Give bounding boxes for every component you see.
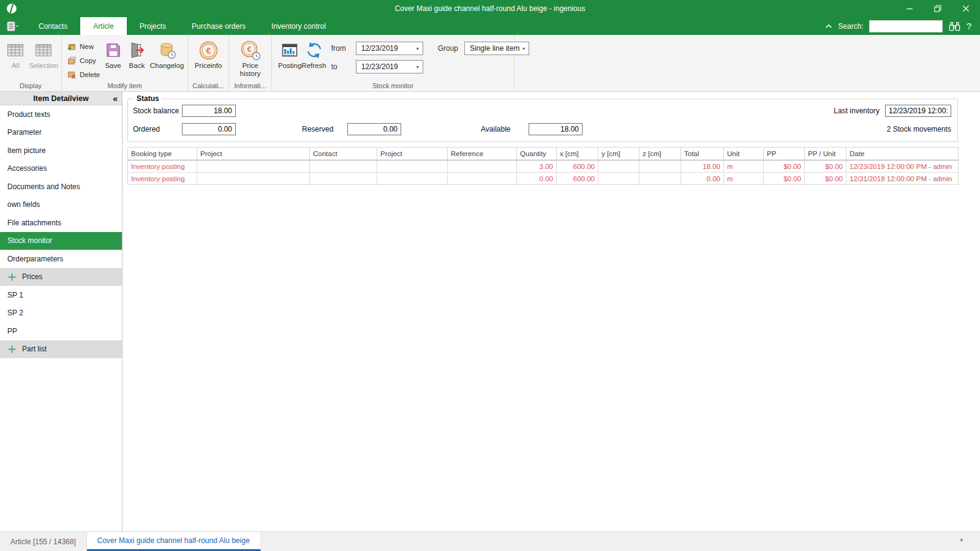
minimize-button[interactable] <box>895 0 924 17</box>
delete-item-icon <box>67 70 77 80</box>
table-grid-icon <box>34 39 53 62</box>
table-grid-icon <box>6 39 25 62</box>
column-header[interactable]: PP / Unit <box>805 148 846 160</box>
menu-tab-purchase-orders[interactable]: Purchase orders <box>179 17 258 35</box>
copy-item-icon <box>67 56 77 66</box>
sidebar-item-item-picture[interactable]: Item picture <box>0 141 122 160</box>
sidebar-item-pp[interactable]: PP <box>0 322 122 340</box>
column-header[interactable]: PP <box>764 148 805 160</box>
copy-button[interactable]: Copy <box>64 53 102 67</box>
column-header[interactable]: Total <box>681 148 724 160</box>
tab-list-dropdown-icon[interactable]: ▾ <box>960 537 963 543</box>
menu-tab-inventory-control[interactable]: Inventory control <box>258 17 339 35</box>
from-label: from <box>331 44 350 53</box>
refresh-icon <box>304 39 324 62</box>
bottom-tab-current-article[interactable]: Cover Maxi guide channel half-round Alu … <box>87 532 261 551</box>
ribbon-group-calculation: € Priceinfo Calculati... <box>188 35 229 91</box>
euro-coin-clock-icon: € <box>240 39 261 62</box>
ribbon-group-label: Display <box>0 81 61 91</box>
status-legend: Status <box>134 94 162 103</box>
restore-button[interactable] <box>924 0 952 17</box>
column-header[interactable]: Contact <box>310 148 377 160</box>
plus-icon <box>7 345 17 354</box>
close-button[interactable] <box>952 0 980 17</box>
collapse-ribbon-icon[interactable] <box>825 24 832 29</box>
save-button[interactable]: Save <box>102 37 125 70</box>
column-header[interactable]: Booking type <box>128 148 197 160</box>
table-header-row: Booking type Project Contact Project Ref… <box>128 148 959 160</box>
column-header[interactable]: z [cm] <box>639 148 681 160</box>
all-button[interactable]: All <box>2 37 29 70</box>
collapse-sidebar-icon[interactable]: « <box>113 92 118 105</box>
ordered-field[interactable] <box>182 123 236 135</box>
column-header[interactable]: Reference <box>448 148 517 160</box>
column-header[interactable]: Date <box>846 148 959 160</box>
bottom-tab-bar: Article [155 / 14368] Cover Maxi guide c… <box>0 531 980 551</box>
column-header[interactable]: Project <box>197 148 310 160</box>
menu-tab-projects[interactable]: Projects <box>127 17 179 35</box>
table-row[interactable]: Inventory posting 3.00 600.00 18.00 m $0… <box>128 160 959 173</box>
menu-tab-contacts[interactable]: Contacts <box>26 17 80 35</box>
chevron-down-icon: ▾ <box>417 64 423 70</box>
last-inventory-field[interactable] <box>885 105 951 117</box>
main-area: Item Detailview « Product texts Paramete… <box>0 92 980 531</box>
app-menu-button[interactable] <box>0 17 26 35</box>
new-button[interactable]: New <box>64 39 102 53</box>
refresh-button[interactable]: Refresh <box>301 37 326 70</box>
column-header[interactable]: x [cm] <box>557 148 598 160</box>
ribbon: All Selection Display <box>0 35 980 92</box>
back-button[interactable]: Back <box>125 37 149 70</box>
svg-text:€: € <box>206 45 211 55</box>
help-icon[interactable]: ? <box>967 21 971 31</box>
sidebar-item-own-fields[interactable]: own fields <box>0 196 122 214</box>
ribbon-group-information: € Price history Informati... <box>229 35 272 91</box>
sidebar-item-stock-monitor[interactable]: Stock monitor <box>0 232 122 250</box>
price-history-button[interactable]: € Price history <box>232 37 269 78</box>
ribbon-group-stock-monitor: Posting Refresh <box>272 35 514 91</box>
reserved-field[interactable] <box>347 123 401 135</box>
changelog-button[interactable]: Changelog <box>149 37 185 70</box>
priceinfo-button[interactable]: € Priceinfo <box>190 37 226 70</box>
menu-tab-article[interactable]: Article <box>80 17 126 35</box>
sidebar-item-prices[interactable]: Prices <box>0 268 122 287</box>
reserved-label: Reserved <box>302 125 347 133</box>
ribbon-group-modify-item: New Copy <box>62 35 188 91</box>
sidebar-item-part-list[interactable]: Part list <box>0 340 122 359</box>
sidebar-item-documents-and-notes[interactable]: Documents and Notes <box>0 178 122 196</box>
sidebar-item-parameter[interactable]: Parameter <box>0 124 122 142</box>
sidebar-item-accessories[interactable]: Accessories <box>0 160 122 178</box>
status-groupbox: Status Stock balance Last inventory Orde… <box>127 94 958 142</box>
sidebar-item-file-attachments[interactable]: File attachments <box>0 214 122 232</box>
to-label: to <box>331 62 350 71</box>
ribbon-group-display: All Selection Display <box>0 35 62 91</box>
column-header[interactable]: Project <box>377 148 448 160</box>
column-header[interactable]: y [cm] <box>598 148 639 160</box>
to-date-picker[interactable]: 12/23/2019 ▾ <box>356 60 423 73</box>
euro-coin-icon: € <box>198 39 219 62</box>
sidebar-item-product-texts[interactable]: Product texts <box>0 105 122 124</box>
column-header[interactable]: Quantity <box>517 148 557 160</box>
column-header[interactable]: Unit <box>724 148 764 160</box>
sidebar-header: Item Detailview « <box>0 92 122 105</box>
search-input[interactable] <box>869 20 943 32</box>
stock-monitor-panel: Status Stock balance Last inventory Orde… <box>123 92 980 531</box>
sidebar-item-orderparameters[interactable]: Orderparameters <box>0 250 122 268</box>
ribbon-filler <box>514 35 980 91</box>
ribbon-group-label: Calculati... <box>188 81 228 91</box>
table-row[interactable]: Inventory posting 0.00 600.00 0.00 m $0.… <box>128 173 959 185</box>
sidebar-item-sp2[interactable]: SP 2 <box>0 304 122 323</box>
delete-button[interactable]: Delete <box>64 67 102 81</box>
ribbon-group-label: Modify item <box>62 81 187 91</box>
plus-icon <box>7 272 17 282</box>
bottom-tab-article-list[interactable]: Article [155 / 14368] <box>0 532 87 551</box>
binoculars-search-icon[interactable] <box>948 20 961 32</box>
item-detailview-sidebar: Item Detailview « Product texts Paramete… <box>0 92 123 531</box>
search-label: Search: <box>838 22 863 31</box>
selection-button[interactable]: Selection <box>29 37 59 70</box>
from-date-picker[interactable]: 12/23/2019 ▾ <box>356 42 423 55</box>
sidebar-item-sp1[interactable]: SP 1 <box>0 286 122 304</box>
posting-button[interactable]: Posting <box>278 37 301 70</box>
stock-balance-field[interactable] <box>182 105 236 117</box>
available-field[interactable] <box>529 123 582 135</box>
svg-text:€: € <box>247 45 251 54</box>
